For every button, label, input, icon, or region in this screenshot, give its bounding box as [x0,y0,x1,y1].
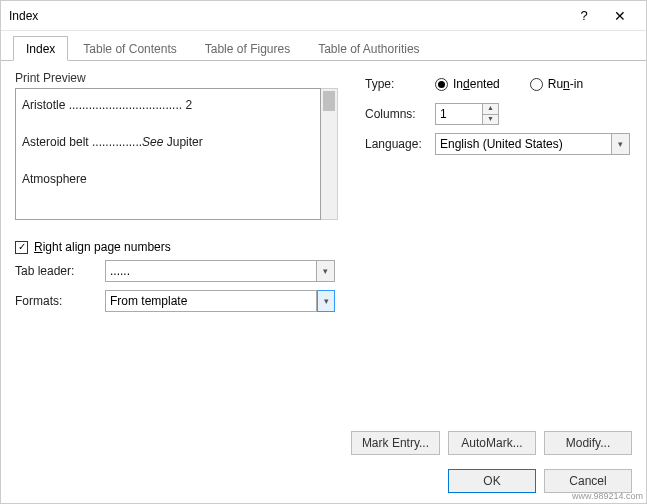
radio-dot-icon [435,78,448,91]
t-run-u: n [563,77,570,91]
dialog-title: Index [9,9,566,23]
language-combo[interactable]: ▾ [435,133,630,155]
preview-leader-2: ............... [89,135,142,149]
t-ind-suf: ented [470,77,500,91]
preview-term-2: Asteroid belt [22,135,89,149]
preview-term-1: Aristotle [22,98,65,112]
tab-table-of-contents[interactable]: Table of Contents [70,36,189,60]
t-ind-pre: In [453,77,463,91]
right-align-checkbox[interactable]: ✓ [15,241,28,254]
chevron-down-icon[interactable]: ▾ [612,133,630,155]
ok-cancel-bar: OK Cancel [15,469,632,493]
print-preview-box: Aristotle ..............................… [15,88,321,220]
type-indented-text: Indented [453,77,500,91]
type-runin-radio[interactable]: Run-in [530,77,583,91]
preview-term-3: Atmosphere [22,172,87,186]
columns-spinner[interactable]: ▲ ▼ [435,103,499,125]
titlebar: Index ? ✕ [1,1,646,31]
ra-u: R [34,240,43,254]
automark-button[interactable]: AutoMark... [448,431,536,455]
formats-combo[interactable]: ▾ [105,290,335,312]
index-dialog: Index ? ✕ Index Table of Contents Table … [0,0,647,504]
tab-leader-combo[interactable]: ▾ [105,260,335,282]
ok-button[interactable]: OK [448,469,536,493]
t-run-suf: -in [570,77,583,91]
lower-form: Tab leader: ▾ Formats: ▾ [15,258,632,314]
right-align-checkbox-row[interactable]: ✓ Right align page numbers [15,240,632,254]
preview-leader-1: .................................. [65,98,185,112]
action-button-bar: Mark Entry... AutoMark... Modify... [15,431,632,455]
preview-see: See [142,135,163,149]
tab-table-of-authorities[interactable]: Table of Authorities [305,36,432,60]
preview-line-3: Atmosphere [22,165,314,188]
right-align-label: Right align page numbers [34,240,171,254]
tab-index[interactable]: Index [13,36,68,61]
language-label: Language: [365,137,435,151]
scrollbar-thumb[interactable] [323,91,335,111]
preview-scrollbar[interactable] [321,88,338,220]
columns-input[interactable] [435,103,483,125]
language-value[interactable] [435,133,612,155]
tab-bar: Index Table of Contents Table of Figures… [1,33,646,61]
formats-value[interactable] [105,290,317,312]
close-button[interactable]: ✕ [602,8,638,24]
tab-content: Print Preview Aristotle ................… [1,61,646,503]
tab-leader-value[interactable] [105,260,317,282]
chevron-down-icon[interactable]: ▾ [317,290,335,312]
help-button[interactable]: ? [566,8,602,23]
preview-ref-2: Jupiter [163,135,202,149]
t-run-pre: Ru [548,77,563,91]
type-label: Type: [365,77,435,91]
radio-dot-icon [530,78,543,91]
preview-page-1: 2 [185,98,192,112]
chevron-down-icon[interactable]: ▾ [317,260,335,282]
t-ind-u: d [463,77,470,91]
formats-label: Formats: [15,294,105,308]
spinner-up-icon[interactable]: ▲ [483,103,499,114]
type-indented-radio[interactable]: Indented [435,77,500,91]
modify-button[interactable]: Modify... [544,431,632,455]
watermark: www.989214.com [572,491,643,501]
type-runin-text: Run-in [548,77,583,91]
ra-suf: ight align page numbers [43,240,171,254]
preview-line-1: Aristotle ..............................… [22,91,314,114]
spinner-down-icon[interactable]: ▼ [483,114,499,126]
preview-line-2: Asteroid belt ...............See Jupiter [22,128,314,151]
columns-label: Columns: [365,107,435,121]
cancel-button[interactable]: Cancel [544,469,632,493]
tab-leader-label: Tab leader: [15,264,105,278]
tab-table-of-figures[interactable]: Table of Figures [192,36,303,60]
options-column: Type: Indented Run-in Columns: ▲ ▼ [365,71,630,161]
mark-entry-button[interactable]: Mark Entry... [351,431,440,455]
